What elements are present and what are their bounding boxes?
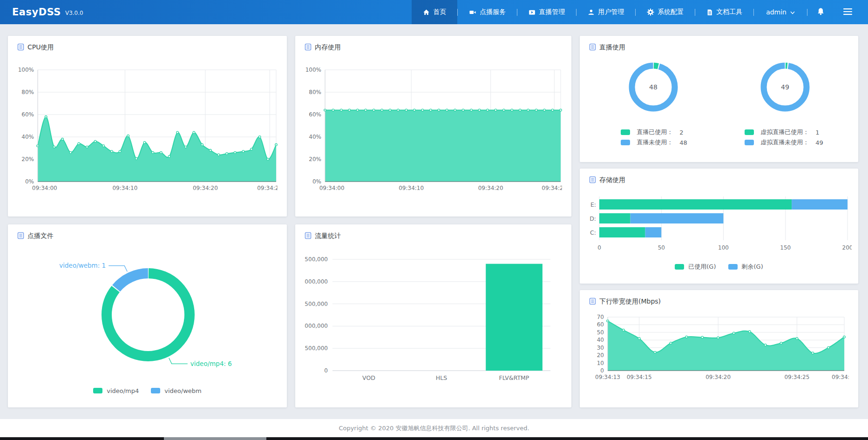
virtual-live-donut-chart: 49 (719, 52, 849, 122)
svg-text:09:34:00: 09:34:00 (319, 185, 345, 191)
svg-text:0: 0 (600, 367, 604, 374)
nav-item-user-manage[interactable]: 用户管理 (576, 0, 635, 24)
svg-text:09:34:15: 09:34:15 (627, 374, 652, 380)
video-camera-icon (469, 9, 476, 16)
nav-item-system-config[interactable]: 系统配置 (636, 0, 695, 24)
svg-text:20%: 20% (21, 156, 34, 162)
legend-label: 已使用(G) (688, 263, 716, 271)
cpu-chart: 0%20%40%60%80%100%09:34:0009:34:1009:34:… (17, 52, 278, 197)
panel-title-storage: 存储使用 (586, 176, 852, 184)
svg-text:HLS: HLS (436, 374, 447, 381)
dashboard: CPU使用 0%20%40%60%80%100%09:34:0009:34:10… (0, 24, 868, 407)
svg-text:100%: 100% (305, 67, 321, 73)
svg-text:70: 70 (597, 314, 604, 320)
vod-files-panel: 点播文件 video/mp4: 6video/webm: 1 video/mp4… (8, 224, 287, 407)
svg-text:VOD: VOD (362, 374, 375, 381)
user-name: admin (766, 8, 787, 16)
svg-text:0%: 0% (312, 178, 321, 185)
notifications-button[interactable] (807, 0, 834, 24)
bandwidth-chart: 01020304050607009:34:1309:34:1509:34:200… (589, 309, 849, 389)
list-doc-icon (17, 232, 24, 241)
svg-text:10: 10 (597, 360, 604, 366)
nav-item-vod-service[interactable]: 点播服务 (458, 0, 517, 24)
nav-label: 直播管理 (539, 8, 565, 16)
legend-item: video/mp4 (93, 386, 139, 396)
legend-swatch (675, 264, 684, 270)
nav-item-doc-tools[interactable]: 文档工具 (695, 0, 753, 24)
gear-icon (647, 8, 654, 16)
legend-value: 48 (679, 139, 687, 146)
right-column: 直播使用 48 直播已使用： 2 直播未使用： 48 (580, 36, 858, 407)
legend-swatch (151, 388, 160, 393)
chevron-down-icon (790, 8, 795, 16)
svg-text:09:34:28: 09:34:28 (542, 185, 562, 191)
panel-title-text: 存储使用 (599, 176, 625, 184)
vod-files-donut-chart: video/mp4: 6video/webm: 1 (17, 240, 278, 380)
legend-label: video/mp4 (107, 387, 139, 394)
panel-title-memory: 内存使用 (305, 43, 562, 52)
legend-value: 2 (679, 129, 683, 136)
list-doc-icon (589, 298, 596, 306)
svg-text:09:34:10: 09:34:10 (112, 185, 137, 191)
panel-title-text: 下行带宽使用(Mbps) (599, 298, 661, 306)
bottom-strip (0, 437, 868, 440)
user-menu[interactable]: admin (754, 0, 807, 24)
legend-label: 虚拟直播未使用： (760, 138, 809, 147)
svg-text:1,500,000: 1,500,000 (305, 301, 328, 307)
panel-title-text: CPU使用 (27, 43, 54, 52)
live-donut-block: 48 直播已使用： 2 直播未使用： 48 (589, 52, 719, 148)
top-navbar: EasyDSS V3.0.0 首页 点播服务 直播管理 用户管理 (0, 0, 868, 24)
storage-usage-panel: 存储使用 050100150200E:D:C: 已使用(G) 剩余(G) (580, 169, 858, 284)
footer: Copyright © 2020 安徽旭帆信息科技有限公司. All right… (0, 419, 868, 437)
panel-title-live: 直播使用 (589, 43, 849, 52)
storage-legend: 已使用(G) 剩余(G) (586, 262, 852, 272)
list-doc-icon (305, 232, 312, 241)
legend-swatch (728, 264, 738, 270)
list-doc-icon (305, 43, 312, 52)
svg-text:0%: 0% (25, 178, 34, 185)
svg-text:60: 60 (597, 321, 604, 328)
svg-text:80%: 80% (309, 89, 321, 95)
nav-label: 用户管理 (598, 8, 624, 16)
svg-text:20: 20 (597, 352, 604, 359)
svg-text:500,000: 500,000 (305, 345, 328, 352)
panel-title-cpu: CPU使用 (17, 43, 278, 52)
svg-text:50: 50 (597, 329, 604, 336)
nav-label: 首页 (433, 8, 446, 16)
legend-label: 直播已使用： (637, 128, 673, 136)
document-icon (706, 9, 713, 16)
panel-title-bandwidth: 下行带宽使用(Mbps) (589, 298, 849, 306)
svg-text:09:34:10: 09:34:10 (399, 185, 424, 191)
legend-item: 虚拟直播已使用： 1 (745, 127, 823, 137)
panel-title-traffic: 流量统计 (305, 232, 562, 240)
left-column: CPU使用 0%20%40%60%80%100%09:34:0009:34:10… (8, 36, 287, 407)
legend-value: 1 (815, 129, 819, 136)
svg-text:49: 49 (781, 83, 789, 91)
legend-item: 剩余(G) (728, 262, 763, 272)
bottom-strip-segment (164, 437, 266, 440)
live-usage-panel: 直播使用 48 直播已使用： 2 直播未使用： 48 (580, 36, 858, 162)
home-icon (423, 9, 430, 16)
svg-text:FLV&RTMP: FLV&RTMP (499, 374, 529, 381)
svg-text:60%: 60% (309, 111, 321, 118)
nav-item-live-manage[interactable]: 直播管理 (517, 0, 576, 24)
legend-item: 直播未使用： 48 (621, 137, 687, 148)
legend-label: 直播未使用： (637, 138, 673, 147)
menu-button[interactable] (834, 0, 861, 24)
svg-text:40%: 40% (21, 134, 34, 140)
svg-text:09:34:25: 09:34:25 (784, 374, 809, 380)
svg-text:09:34:13: 09:34:13 (595, 374, 620, 380)
nav-item-home[interactable]: 首页 (412, 0, 457, 24)
svg-text:48: 48 (649, 83, 658, 91)
list-doc-icon (17, 43, 24, 52)
memory-chart: 0%20%40%60%80%100%09:34:0009:34:1009:34:… (305, 52, 562, 197)
vod-files-legend: video/mp4 video/webm (17, 386, 278, 396)
brand: EasyDSS V3.0.0 (0, 0, 140, 24)
storage-bar-chart: 050100150200E:D:C: (586, 196, 852, 254)
live-donut-chart: 48 (589, 52, 719, 122)
legend-item: video/webm (151, 386, 201, 396)
nav-label: 文档工具 (716, 8, 742, 16)
legend-label: video/webm (164, 387, 201, 394)
svg-text:80%: 80% (21, 89, 34, 95)
traffic-stats-panel: 流量统计 0500,0001,000,0001,500,0002,000,000… (295, 224, 571, 407)
